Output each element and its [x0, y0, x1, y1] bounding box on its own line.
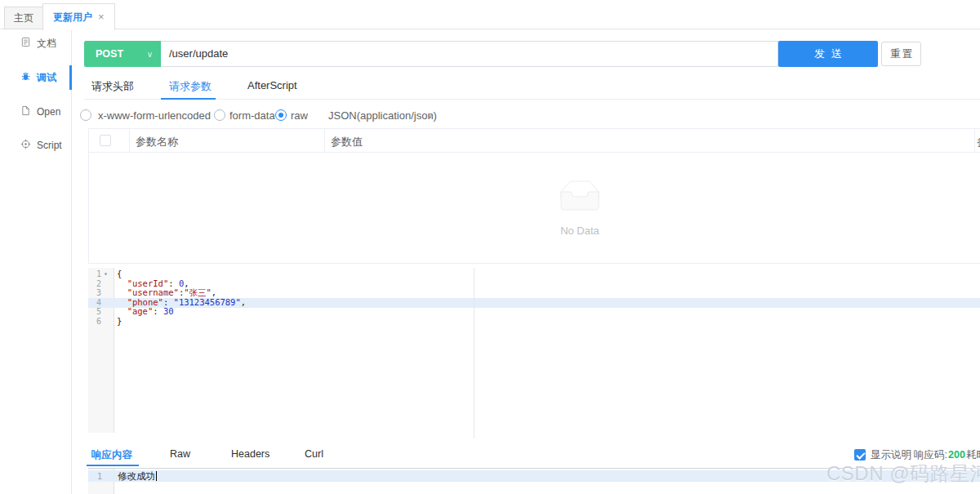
radio-raw[interactable]: [275, 109, 287, 121]
sidebar-item-docs[interactable]: 文档: [0, 35, 72, 51]
method-select[interactable]: POST ∨: [84, 41, 161, 67]
window-tab-bar: [0, 0, 980, 29]
status-code-label: 响应码:: [914, 449, 947, 461]
request-editor-code: { "userId": 0, "username":"张三", "phone":…: [117, 269, 246, 327]
response-line-number: 1: [88, 471, 102, 482]
sidebar-item-label: 文档: [37, 37, 56, 51]
column-divider: [324, 128, 325, 153]
sidebar-item-script[interactable]: Script: [0, 137, 72, 154]
watermark: CSDN @码路星河: [826, 461, 980, 487]
tab-response-curl[interactable]: Curl: [305, 448, 323, 460]
params-table-header: [88, 128, 980, 153]
column-header-partial: 参: [977, 135, 980, 149]
reset-button[interactable]: 重置: [881, 42, 921, 66]
app-window: 主页 更新用户× 文档 调试 Open Script POST ∨ /user/…: [0, 0, 980, 494]
column-header-name: 参数名称: [136, 135, 178, 149]
radio-form-data[interactable]: [214, 109, 225, 121]
tab-home[interactable]: 主页: [4, 7, 43, 29]
method-label: POST: [96, 48, 123, 60]
file-icon: [20, 105, 31, 118]
request-body-editor[interactable]: 1▾23456 { "userId": 0, "username":"张三", …: [88, 268, 980, 433]
sidebar-active-indicator: [69, 65, 72, 90]
chevron-down-icon: ∨: [427, 111, 433, 120]
active-tab-underline: [87, 465, 139, 466]
sidebar: [0, 29, 72, 494]
response-line: 修改成功: [118, 470, 157, 482]
close-icon[interactable]: ×: [98, 11, 105, 23]
column-header-value: 参数值: [331, 135, 363, 149]
tab-response-body[interactable]: 响应内容: [91, 448, 132, 462]
active-tab-underline: [161, 98, 216, 100]
content-type-select[interactable]: JSON(application/json): [328, 109, 437, 122]
tab-update-user[interactable]: 更新用户×: [42, 3, 115, 30]
empty-state: No Data: [528, 180, 632, 237]
tab-response-raw[interactable]: Raw: [170, 448, 190, 460]
empty-state-text: No Data: [528, 225, 632, 237]
tab-afterscript[interactable]: AfterScript: [247, 79, 297, 91]
radio-urlencoded[interactable]: [80, 109, 91, 121]
column-divider: [129, 128, 130, 153]
radio-urlencoded-label[interactable]: x-www-form-urlencoded: [98, 109, 211, 122]
sidebar-item-open[interactable]: Open: [0, 104, 72, 120]
tab-request-headers[interactable]: 请求头部: [91, 79, 134, 94]
sidebar-item-debug[interactable]: 调试: [0, 69, 72, 86]
empty-box-icon: [554, 202, 606, 216]
show-description-label[interactable]: 显示说明: [871, 449, 911, 461]
column-divider: [974, 128, 975, 153]
response-text: 修改成功: [118, 470, 155, 482]
radio-form-data-label[interactable]: form-data: [229, 109, 275, 122]
time-label-partial: 耗时: [966, 449, 980, 461]
send-button[interactable]: 发送: [778, 41, 878, 67]
text-cursor: [156, 471, 157, 481]
show-description-checkbox[interactable]: [854, 449, 866, 461]
radio-raw-label[interactable]: raw: [291, 109, 308, 122]
chevron-down-icon: ∨: [147, 50, 153, 59]
tab-update-user-label: 更新用户: [53, 11, 92, 23]
sidebar-item-label: Script: [37, 140, 62, 151]
url-input[interactable]: /user/update: [161, 41, 778, 67]
request-tabs-divider: [84, 99, 980, 100]
script-target-icon: [20, 139, 31, 152]
sidebar-item-label: Open: [37, 106, 60, 118]
request-editor-gutter: 1▾23456: [88, 269, 114, 327]
select-all-checkbox[interactable]: [100, 135, 111, 146]
sidebar-item-label: 调试: [37, 71, 56, 85]
document-icon: [20, 37, 31, 50]
tab-request-params[interactable]: 请求参数: [169, 79, 212, 94]
status-code-value: 200: [948, 449, 965, 461]
tab-response-headers[interactable]: Headers: [231, 448, 270, 460]
bug-icon: [20, 71, 31, 84]
editor-pane-divider[interactable]: [474, 268, 474, 438]
